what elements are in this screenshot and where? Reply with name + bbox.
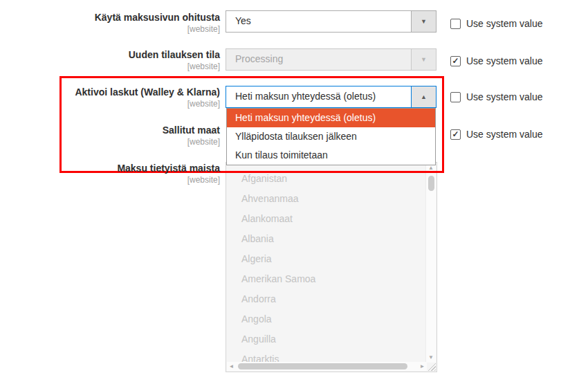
activate-invoices-select[interactable]: Heti maksun yhteydessä (oletus) ▲ (226, 86, 437, 108)
field-label-allowed-countries: Sallitut maat [website] (28, 125, 220, 147)
chevron-up-icon: ▲ (421, 93, 427, 100)
scroll-right-icon[interactable]: ► (418, 362, 427, 371)
scope-label: [website] (28, 62, 220, 71)
vertical-scrollbar[interactable]: ▲ ▼ (425, 163, 436, 363)
field-label-text: Käytä maksusivun ohitusta (28, 12, 220, 23)
country-option: Ahvenanmaa (241, 189, 299, 209)
field-label-text: Sallitut maat (28, 125, 220, 136)
field-label-payment-specific-countries: Maksu tietyistä maista [website] (28, 163, 220, 185)
select-toggle-button: ▼ (411, 49, 436, 70)
country-option: Angola (241, 309, 272, 329)
horizontal-scrollbar[interactable]: ◄ ► (227, 362, 427, 371)
use-system-value-checkbox-2[interactable]: ✓ (450, 56, 461, 66)
activate-invoices-dropdown-list: Heti maksun yhteydessä (oletus) Ylläpido… (226, 108, 436, 165)
use-system-value-label-4[interactable]: Use system value (466, 129, 542, 140)
use-system-value-label-2[interactable]: Use system value (466, 55, 542, 67)
field-label-activate-invoices: Aktivoi laskut (Walley & Klarna) [websit… (28, 87, 220, 109)
country-option: Andorra (241, 289, 276, 309)
country-option: Algeria (241, 249, 272, 269)
select-toggle-button[interactable]: ▼ (411, 11, 436, 32)
field-label-text: Maksu tietyistä maista (28, 163, 220, 174)
check-icon: ✓ (452, 130, 459, 139)
country-option: Amerikan Samoa (241, 269, 315, 289)
use-system-value-checkbox-3[interactable] (450, 92, 461, 102)
scope-label: [website] (28, 175, 220, 185)
scope-label: [website] (28, 137, 220, 147)
select-toggle-button[interactable]: ▲ (411, 86, 436, 107)
country-option: Anguilla (241, 329, 276, 349)
use-system-value-label-3[interactable]: Use system value (466, 91, 542, 103)
select-value: Yes (235, 11, 408, 32)
scroll-down-icon[interactable]: ▼ (426, 353, 436, 363)
select-value: Heti maksun yhteydessä (oletus) (235, 86, 408, 107)
scope-label: [website] (28, 24, 220, 34)
country-option: Albania (241, 229, 274, 249)
country-option: Alankomaat (241, 209, 293, 229)
bypass-checkout-select[interactable]: Yes ▼ (226, 10, 437, 33)
payment-specific-countries-multiselect: Afganistan Ahvenanmaa Alankomaat Albania… (226, 162, 437, 372)
dropdown-option[interactable]: Ylläpidosta tilauksen jälkeen (227, 127, 435, 146)
dropdown-option-selected[interactable]: Heti maksun yhteydessä (oletus) (227, 109, 435, 127)
country-option: Afganistan (241, 169, 287, 189)
resize-grip[interactable] (426, 362, 436, 371)
field-label-bypass-checkout: Käytä maksusivun ohitusta [website] (28, 12, 220, 34)
dropdown-option[interactable]: Kun tilaus toimitetaan (227, 146, 435, 165)
new-order-status-select: Processing ▼ (226, 48, 437, 71)
use-system-value-checkbox-1[interactable] (450, 19, 461, 29)
select-value: Processing (235, 49, 408, 70)
scope-label: [website] (28, 99, 220, 109)
horizontal-scrollbar-thumb[interactable] (238, 363, 407, 369)
field-label-text: Aktivoi laskut (Walley & Klarna) (28, 87, 220, 98)
vertical-scrollbar-thumb[interactable] (428, 176, 434, 191)
chevron-down-icon: ▼ (421, 56, 427, 63)
field-label-text: Uuden tilauksen tila (28, 50, 220, 60)
use-system-value-label-1[interactable]: Use system value (466, 18, 542, 30)
scroll-left-icon[interactable]: ◄ (227, 362, 236, 371)
check-icon: ✓ (452, 57, 459, 66)
config-form-page: Käytä maksusivun ohitusta [website] Yes … (0, 0, 588, 384)
chevron-down-icon: ▼ (421, 18, 427, 25)
field-label-new-order-status: Uuden tilauksen tila [website] (28, 50, 220, 71)
use-system-value-checkbox-4[interactable]: ✓ (450, 129, 461, 140)
